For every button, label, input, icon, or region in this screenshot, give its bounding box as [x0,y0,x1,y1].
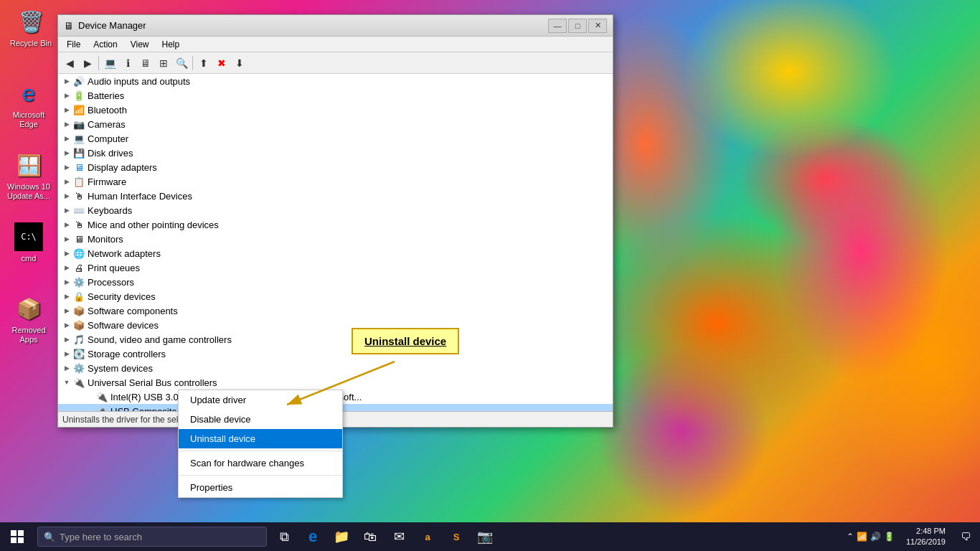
tree-item[interactable]: ▶ ⌨️ Keyboards [58,203,613,217]
recycle-bin-icon: 🗑️ [17,7,45,36]
taskbar-amazon[interactable]: a [413,522,442,551]
cmd-label: cmd [4,254,54,263]
taskbar-volume: 🔊 [870,532,881,542]
desktop: 🗑️ Recycle Bin e Microsoft Edge 🪟 Window… [0,0,980,551]
taskbar-network: 📶 [857,532,867,542]
tree-item[interactable]: ▶ 🖥 Display adapters [58,160,613,174]
windows-update-label: Windows 10 Update As... [4,182,54,201]
dm-title-icon: 🖥 [64,20,74,32]
tb-forward[interactable]: ▶ [79,55,96,72]
tree-item-software-components[interactable]: ▶ 📦 Software components [58,303,613,318]
tb-computer[interactable]: 💻 [101,55,118,72]
tree-item[interactable]: ▶ 🔋 Batteries [58,88,613,103]
tree-item[interactable]: ▶ 🔊 Audio inputs and outputs [58,74,613,88]
taskbar-up-arrow[interactable]: ⌃ [847,532,854,542]
search-icon: 🔍 [44,532,55,542]
tree-item[interactable]: ▶ 💾 Disk drives [58,146,613,160]
ctx-uninstall-device[interactable]: Uninstall device [179,429,342,448]
time-display: 2:48 PM [906,526,946,537]
removed-apps-label: Removed Apps [4,326,54,344]
search-placeholder: Type here to search [60,532,142,542]
tree-item-human-interface[interactable]: ▶ 🖱 Human Interface Devices [58,189,613,203]
search-bar[interactable]: 🔍 Type here to search [37,527,267,547]
tree-item[interactable]: ▶ 🎵 Sound, video and game controllers [58,332,613,347]
cmd-icon: C:\ [14,222,43,251]
taskbar-battery: 🔋 [884,532,895,542]
close-button[interactable]: ✕ [588,19,607,33]
tree-item[interactable]: ▶ 📷 Cameras [58,117,613,131]
callout-text: Uninstall device [352,328,459,354]
taskbar-notification[interactable]: 🗨 [951,522,980,551]
menubar: File Action View Help [58,37,613,52]
tree-item[interactable]: ▶ 📦 Software devices [58,318,613,332]
desktop-icon-cmd[interactable]: C:\ cmd [4,222,54,263]
removed-apps-icon: 📦 [14,294,43,323]
date-display: 11/26/2019 [906,537,946,547]
callout-arrow [265,358,409,415]
tree-item[interactable]: ▶ ⚙️ Processors [58,275,613,289]
svg-line-1 [287,362,395,405]
minimize-button[interactable]: — [548,19,567,33]
tree-item-security[interactable]: ▶ 🔒 Security devices [58,289,613,303]
tree-item[interactable]: ▶ 🖥 Monitors [58,232,613,246]
edge-label: Microsoft Edge [4,110,54,129]
menu-action[interactable]: Action [88,38,123,51]
tree-item[interactable]: ▶ 🖨 Print queues [58,260,613,275]
tb-remove[interactable]: ✖ [213,55,230,72]
svg-rect-5 [18,537,24,543]
maximize-button[interactable]: □ [568,19,587,33]
menu-view[interactable]: View [125,38,155,51]
window-controls: — □ ✕ [548,19,607,33]
taskbar-s[interactable]: S [442,522,471,551]
taskbar-camera[interactable]: 📷 [471,522,499,551]
desktop-icon-removed-apps[interactable]: 📦 Removed Apps [4,294,54,344]
tree-item[interactable]: ▶ 📋 Firmware [58,174,613,189]
toolbar: ◀ ▶ 💻 ℹ 🖥 ⊞ 🔍 ⬆ ✖ ⬇ [58,52,613,74]
tree-item[interactable]: ▶ 💻 Computer [58,131,613,146]
tb-info[interactable]: ℹ [119,55,136,72]
tb-grid[interactable]: ⊞ [155,55,172,72]
tb-monitor[interactable]: 🖥 [137,55,154,72]
dm-title-text: Device Manager [78,20,548,31]
taskbar-store[interactable]: 🛍 [356,522,385,551]
ctx-sep2 [179,475,342,476]
tree-item[interactable]: ▶ 🌐 Network adapters [58,246,613,260]
ctx-properties[interactable]: Properties [179,478,342,497]
uninstall-callout: Uninstall device [352,328,459,354]
tb-back[interactable]: ◀ [61,55,78,72]
taskbar-edge[interactable]: e [298,522,327,551]
tree-item[interactable]: ▶ 📶 Bluetooth [58,103,613,117]
desktop-icon-windows-update[interactable]: 🪟 Windows 10 Update As... [4,151,54,201]
recycle-bin-label: Recycle Bin [6,39,56,48]
tb-update[interactable]: ⬆ [195,55,212,72]
start-button[interactable] [0,522,34,551]
taskbar-file-explorer[interactable]: 📁 [327,522,356,551]
edge-icon: e [14,79,43,108]
taskbar-right: ⌃ 📶 🔊 🔋 [847,532,900,542]
titlebar[interactable]: 🖥 Device Manager — □ ✕ [58,15,613,37]
ctx-sep1 [179,451,342,451]
svg-rect-4 [11,537,17,543]
tb-download[interactable]: ⬇ [231,55,248,72]
svg-rect-3 [18,530,24,536]
windows-update-icon: 🪟 [14,151,43,179]
tb-scan[interactable]: 🔍 [173,55,190,72]
svg-rect-2 [11,530,17,536]
tree-item-mice[interactable]: ▶ 🖱 Mice and other pointing devices [58,217,613,232]
tb-sep1 [98,56,99,70]
ctx-scan-hardware[interactable]: Scan for hardware changes [179,453,342,473]
taskbar-mail[interactable]: ✉ [385,522,413,551]
tb-sep2 [192,56,193,70]
taskbar-task-view[interactable]: ⧉ [270,522,298,551]
taskbar-clock[interactable]: 2:48 PM 11/26/2019 [900,526,951,548]
menu-help[interactable]: Help [156,38,186,51]
desktop-icon-recycle-bin[interactable]: 🗑️ Recycle Bin [6,7,56,48]
menu-file[interactable]: File [61,38,86,51]
taskbar: 🔍 Type here to search ⧉ e 📁 🛍 ✉ a S 📷 ⌃ … [0,522,980,551]
desktop-icon-edge[interactable]: e Microsoft Edge [4,79,54,129]
